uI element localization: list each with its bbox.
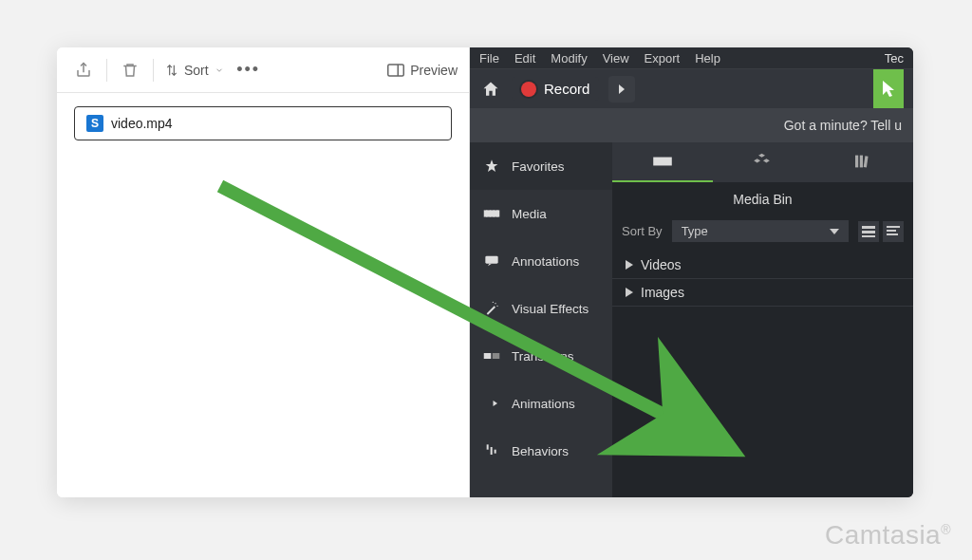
- media-group-images[interactable]: Images: [612, 279, 913, 307]
- sidebar-item-label: Visual Effects: [512, 302, 589, 316]
- window-title: Tec: [885, 51, 904, 65]
- file-item-video[interactable]: S video.mp4: [74, 106, 452, 140]
- svg-rect-33: [855, 156, 858, 168]
- menu-modify[interactable]: Modify: [551, 51, 587, 65]
- menu-edit[interactable]: Edit: [514, 51, 535, 65]
- svg-rect-34: [860, 156, 863, 168]
- svg-rect-21: [495, 450, 496, 454]
- svg-rect-37: [862, 231, 875, 233]
- home-button[interactable]: [479, 78, 502, 101]
- sidebar-item-label: Transitions: [512, 349, 574, 364]
- behaviors-icon: [483, 442, 500, 459]
- chevron-down-icon: [215, 65, 224, 75]
- tab-library[interactable]: [713, 142, 813, 182]
- view-list-button[interactable]: [883, 221, 904, 242]
- sidebar-item-visual-effects[interactable]: Visual Effects: [470, 285, 612, 332]
- menu-view[interactable]: View: [603, 51, 629, 65]
- trash-button[interactable]: [115, 55, 145, 85]
- media-sort-bar: Sort By Type: [612, 216, 913, 252]
- sidebar-item-animations[interactable]: Animations: [470, 380, 612, 427]
- cursor-tool-button[interactable]: [873, 69, 904, 109]
- svg-rect-22: [653, 158, 672, 166]
- triangle-right-icon: [626, 288, 633, 297]
- svg-rect-25: [662, 155, 664, 157]
- svg-rect-39: [887, 226, 900, 228]
- sort-icon: [165, 64, 178, 77]
- sidebar-item-label: Behaviors: [512, 444, 569, 458]
- play-next-button[interactable]: [608, 76, 635, 103]
- share-button[interactable]: [68, 55, 99, 85]
- sidebar-item-label: Media: [512, 207, 547, 221]
- content-area: Media Bin Sort By Type: [612, 142, 913, 497]
- menu-bar: File Edit Modify View Export Help Tec: [470, 47, 913, 68]
- media-group-videos[interactable]: Videos: [612, 252, 913, 279]
- content-tabs: [612, 142, 913, 182]
- sidebar-item-behaviors[interactable]: Behaviors: [470, 427, 612, 475]
- svg-rect-24: [657, 155, 660, 157]
- svg-rect-19: [487, 444, 489, 449]
- svg-rect-0: [388, 65, 404, 76]
- list-icon: [887, 226, 900, 237]
- svg-rect-38: [862, 235, 875, 237]
- cubes-icon: [754, 153, 773, 170]
- record-button[interactable]: Record: [512, 77, 599, 101]
- menu-file[interactable]: File: [479, 51, 499, 65]
- notification-banner[interactable]: Got a minute? Tell u: [470, 108, 913, 142]
- tab-assets[interactable]: [813, 142, 913, 182]
- group-label: Videos: [641, 257, 682, 272]
- svg-rect-32: [670, 166, 673, 168]
- svg-rect-20: [491, 447, 493, 455]
- sidebar-item-transitions[interactable]: Transitions: [470, 332, 612, 380]
- svg-rect-40: [887, 230, 896, 232]
- svg-rect-29: [657, 166, 660, 168]
- svg-rect-6: [495, 208, 496, 210]
- media-bin-title: Media Bin: [612, 182, 913, 216]
- main-toolbar: Record: [470, 68, 913, 108]
- preview-icon: [387, 64, 404, 77]
- svg-rect-27: [670, 155, 673, 157]
- svg-rect-3: [484, 208, 486, 210]
- menu-help[interactable]: Help: [695, 51, 720, 65]
- divider: [153, 59, 154, 82]
- view-grid-button[interactable]: [858, 221, 879, 242]
- sort-button[interactable]: Sort: [161, 63, 228, 78]
- file-name: video.mp4: [111, 116, 173, 131]
- wand-icon: [483, 300, 500, 317]
- animation-icon: [483, 395, 500, 412]
- svg-rect-11: [495, 217, 496, 219]
- menu-export[interactable]: Export: [645, 51, 681, 65]
- sidebar-item-favorites[interactable]: Favorites: [470, 142, 612, 190]
- dropdown-triangle-icon: [830, 229, 839, 234]
- sidebar-item-media[interactable]: Media: [470, 190, 612, 237]
- svg-point-14: [495, 303, 495, 304]
- svg-rect-36: [862, 226, 875, 229]
- sidebar-item-annotations[interactable]: Annotations: [470, 237, 612, 285]
- sortby-dropdown[interactable]: Type: [672, 220, 849, 242]
- svg-rect-5: [491, 208, 493, 210]
- sidebar-item-label: Favorites: [512, 159, 565, 174]
- home-icon: [481, 80, 500, 99]
- editor-panel: File Edit Modify View Export Help Tec Re…: [470, 47, 913, 497]
- svg-point-16: [493, 302, 494, 303]
- cursor-icon: [881, 80, 896, 99]
- banner-text: Got a minute? Tell u: [784, 118, 902, 133]
- svg-point-15: [496, 306, 497, 307]
- svg-rect-8: [484, 217, 486, 219]
- app-window: Sort ••• Preview S video.mp4 File: [57, 47, 913, 497]
- svg-rect-31: [665, 166, 668, 168]
- tools-sidebar: Favorites Media Annotations: [470, 142, 612, 497]
- books-icon: [853, 154, 872, 169]
- preview-label: Preview: [410, 63, 458, 78]
- preview-button[interactable]: Preview: [387, 63, 458, 78]
- tab-media[interactable]: [612, 142, 713, 182]
- svg-rect-4: [488, 208, 490, 210]
- svg-rect-13: [485, 256, 497, 264]
- more-button[interactable]: •••: [234, 55, 264, 85]
- svg-rect-23: [653, 155, 656, 157]
- svg-rect-12: [498, 217, 500, 219]
- record-icon: [521, 82, 536, 97]
- svg-rect-10: [491, 217, 493, 219]
- sidebar-item-label: Annotations: [512, 254, 579, 269]
- svg-rect-28: [653, 166, 656, 168]
- group-label: Images: [641, 285, 684, 300]
